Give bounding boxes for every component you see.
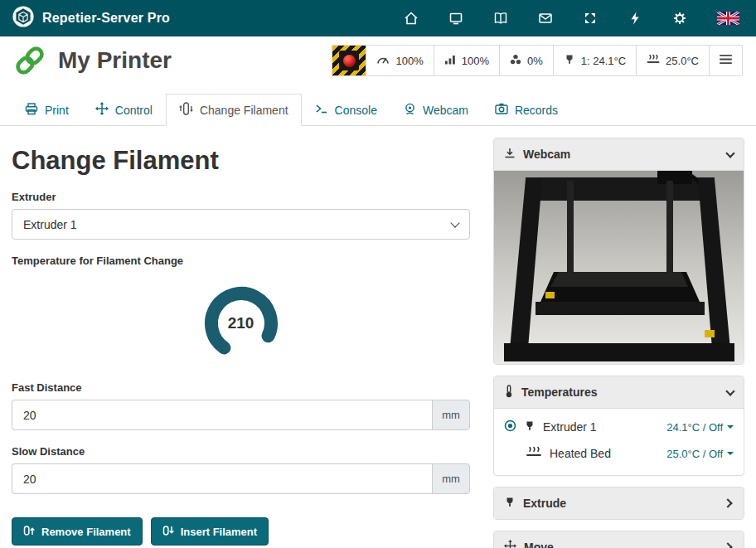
tab-label: Change Filament (200, 104, 288, 117)
bed-temp-dropdown[interactable]: 25.0°C / Off (666, 448, 734, 460)
app-title: Repetier-Server Pro (42, 11, 170, 26)
printer-status-strip: 100% 100% 0% (332, 45, 743, 76)
speed-icon (376, 54, 390, 67)
nozzle-icon (504, 497, 516, 511)
temperatures-panel-header[interactable]: Temperatures (494, 376, 744, 408)
filament-actions: Remove Filament Insert Filament (12, 517, 470, 546)
extrude-panel-header[interactable]: Extrude (494, 487, 744, 519)
printers-icon[interactable] (448, 11, 463, 26)
remove-filament-button[interactable]: Remove Filament (12, 517, 143, 546)
book-icon[interactable] (493, 11, 508, 26)
extruder-select[interactable]: Extruder 1 (12, 209, 470, 240)
fast-distance-input[interactable] (12, 400, 432, 430)
button-label: Remove Filament (41, 526, 131, 538)
brand: Repetier-Server Pro (12, 5, 170, 32)
slow-distance-input[interactable] (12, 463, 432, 494)
repetier-logo-icon (12, 5, 35, 32)
change-filament-form: Change Filament Extruder Extruder 1 Temp… (12, 138, 470, 546)
power-bolt-icon[interactable] (628, 11, 642, 26)
flow-multiplier-status[interactable]: 100% (434, 46, 499, 75)
filament-up-icon (23, 525, 35, 539)
webcam-panel-header[interactable]: Webcam (494, 138, 744, 170)
tab-webcam[interactable]: Webcam (390, 94, 482, 126)
sidebar: Webcam (493, 138, 744, 548)
temperature-value: 210 (228, 314, 254, 332)
printer-link-icon (13, 44, 46, 77)
tab-records[interactable]: Records (482, 94, 571, 126)
temperature-name: Heated Bed (550, 447, 611, 460)
webcam-icon (404, 103, 416, 118)
fast-distance-group: mm (12, 400, 470, 430)
home-icon[interactable] (404, 11, 419, 26)
chevron-down-icon (725, 148, 734, 158)
temperature-name: Extruder 1 (543, 420, 597, 434)
temperatures-list: Extruder 1 24.1°C / Off Heated Bed (494, 408, 744, 475)
settings-gear-icon[interactable] (672, 11, 687, 26)
extruder-label: Extruder (12, 191, 470, 203)
webcam-feed[interactable] (494, 170, 744, 364)
tab-label: Records (515, 104, 558, 117)
temperature-value: 24.1°C / Off (666, 421, 723, 434)
top-icon-nav (404, 11, 739, 26)
heated-bed-icon (526, 446, 542, 461)
filament-down-icon (162, 525, 174, 539)
emergency-stop-icon (339, 51, 359, 70)
tab-change-filament[interactable]: Change Filament (166, 94, 302, 126)
main-content: Change Filament Extruder Extruder 1 Temp… (0, 126, 756, 548)
tab-console[interactable]: Console (302, 94, 390, 126)
nozzle-icon (524, 420, 536, 434)
webcam-panel: Webcam (493, 138, 744, 365)
slow-distance-label: Slow Distance (12, 445, 470, 458)
insert-filament-button[interactable]: Insert Filament (151, 517, 269, 546)
speed-value: 100% (395, 55, 423, 67)
nozzle-icon (564, 54, 575, 68)
webcam-icon (504, 148, 516, 162)
tab-label: Print (45, 104, 69, 117)
temperature-label: Temperature for Filament Change (12, 255, 470, 267)
extruder-temp-dropdown[interactable]: 24.1°C / Off (666, 421, 734, 434)
move-panel-header[interactable]: Move (494, 531, 744, 548)
slow-distance-group: mm (12, 463, 470, 494)
temperature-gauge[interactable]: 210 (198, 280, 284, 366)
panel-title: Webcam (523, 148, 570, 161)
fan-status[interactable]: 0% (499, 46, 553, 75)
emergency-stop-button[interactable] (332, 46, 366, 75)
fan-icon (510, 54, 521, 68)
fast-distance-label: Fast Distance (12, 381, 470, 394)
panel-title: Temperatures (521, 386, 598, 399)
page-title: Change Filament (12, 146, 470, 176)
radio-icon[interactable] (504, 419, 516, 434)
extruder-select-value: Extruder 1 (23, 218, 77, 231)
heated-bed-icon (647, 54, 660, 68)
bed-temp-value: 25.0°C (666, 55, 699, 67)
expand-icon[interactable] (583, 11, 598, 26)
caret-down-icon (727, 452, 734, 455)
move-arrows-icon (95, 102, 109, 118)
console-icon (315, 103, 328, 117)
chevron-down-icon (725, 386, 734, 395)
extruder-temp-value: 1: 24.1°C (581, 55, 626, 67)
panel-title: Move (524, 541, 554, 548)
tab-print[interactable]: Print (12, 94, 82, 126)
fast-distance-unit: mm (432, 400, 470, 430)
tab-control[interactable]: Control (82, 94, 166, 126)
tab-label: Console (335, 104, 377, 117)
bed-temp-status[interactable]: 25.0°C (636, 46, 709, 75)
tab-label: Control (115, 104, 153, 117)
temperature-row-extruder: Extruder 1 24.1°C / Off (504, 414, 734, 440)
extruder-temp-status[interactable]: 1: 24.1°C (553, 46, 636, 75)
chevron-down-icon (450, 218, 459, 227)
caret-down-icon (727, 425, 734, 429)
mail-icon[interactable] (538, 11, 553, 26)
panel-title: Extrude (523, 497, 566, 510)
button-label: Insert Filament (181, 526, 257, 538)
language-flag-icon[interactable] (717, 12, 739, 25)
printer-tabs: Print Control Change Filament Conso (0, 93, 756, 126)
temperatures-panel: Temperatures (493, 376, 744, 476)
print-icon (25, 103, 38, 118)
move-panel: Move (493, 531, 744, 548)
chevron-right-icon (723, 498, 732, 507)
printer-menu-button[interactable] (709, 46, 742, 75)
speed-multiplier-status[interactable]: 100% (366, 46, 433, 75)
printer-name: My Printer (58, 47, 172, 74)
